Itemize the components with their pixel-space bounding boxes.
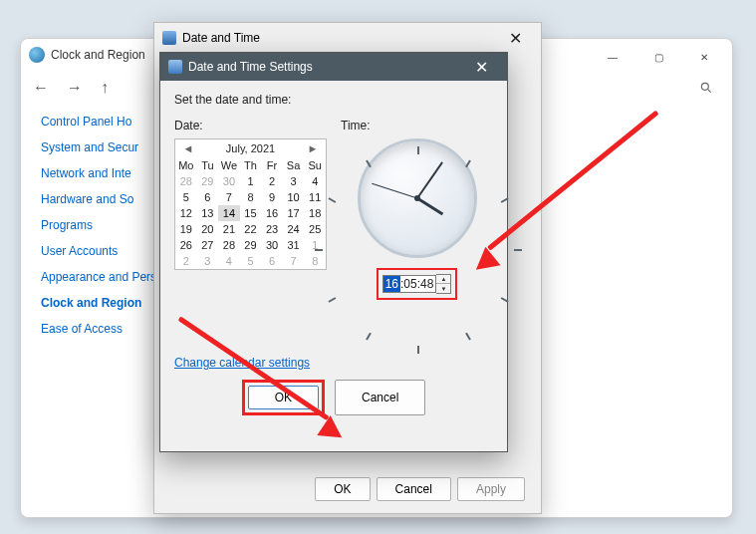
svg-line-1	[707, 89, 710, 92]
calendar-day[interactable]: 23	[261, 221, 283, 237]
calendar-day[interactable]: 30	[218, 173, 240, 189]
cal-prev-button[interactable]: ◄	[181, 142, 195, 154]
calendar-day[interactable]: 29	[197, 173, 219, 189]
calendar-day[interactable]: 28	[175, 173, 197, 189]
calendar-day[interactable]: 8	[240, 189, 262, 205]
time-hours[interactable]: 16	[383, 276, 400, 292]
calendar-day[interactable]: 27	[197, 237, 219, 253]
calendar-day[interactable]: 5	[175, 189, 197, 205]
date-time-settings-dialog: Date and Time Settings ✕ Set the date an…	[159, 52, 508, 452]
calendar-day[interactable]: 28	[218, 237, 240, 253]
analog-clock	[358, 138, 477, 258]
cal-dow: Su	[304, 157, 326, 173]
calendar-day[interactable]: 7	[218, 189, 240, 205]
spinner-up[interactable]: ▲	[436, 275, 450, 284]
calendar-day[interactable]: 13	[197, 205, 219, 221]
calendar-day[interactable]: 16	[261, 205, 283, 221]
dlg-titlebar[interactable]: Date and Time Settings ✕	[160, 53, 507, 81]
control-panel-icon	[29, 47, 45, 63]
dt-ok-button[interactable]: OK	[315, 477, 370, 501]
dt-close-button[interactable]: ✕	[497, 26, 533, 50]
calendar-day[interactable]: 22	[240, 221, 262, 237]
calendar-day[interactable]: 14	[218, 205, 240, 221]
clock-tick	[417, 346, 419, 354]
calendar-day[interactable]: 25	[304, 221, 326, 237]
dlg-cancel-button[interactable]: Cancel	[335, 380, 425, 415]
clock-tick	[366, 159, 372, 167]
calendar-day[interactable]: 21	[218, 221, 240, 237]
svg-point-0	[701, 83, 708, 90]
calendar-day[interactable]: 11	[304, 189, 326, 205]
clock-tick	[366, 333, 372, 341]
dlg-close-button[interactable]: ✕	[463, 57, 499, 77]
calendar-day[interactable]: 30	[261, 237, 283, 253]
date-time-icon	[168, 60, 182, 74]
dlg-instruction: Set the date and time:	[174, 93, 493, 107]
cal-month-label[interactable]: July, 2021	[226, 142, 275, 154]
clock-tick	[328, 197, 336, 203]
calendar-day[interactable]: 5	[240, 253, 262, 269]
calendar-day[interactable]: 4	[304, 173, 326, 189]
clock-hand-h	[416, 197, 443, 215]
calendar-day[interactable]: 2	[261, 173, 283, 189]
cal-dow: Th	[240, 157, 262, 173]
calendar-day[interactable]: 12	[175, 205, 197, 221]
clock-tick	[465, 159, 471, 167]
calendar-day[interactable]: 15	[240, 205, 262, 221]
calendar-day[interactable]: 20	[197, 221, 219, 237]
calendar-day[interactable]: 3	[197, 253, 219, 269]
clock-tick	[328, 297, 336, 303]
clock-tick	[514, 249, 522, 251]
calendar-day[interactable]: 19	[175, 221, 197, 237]
cal-dow: Fr	[261, 157, 283, 173]
time-column: Time: 16 :05:48 ▲ ▼	[341, 119, 493, 300]
calendar-day[interactable]: 8	[304, 253, 326, 269]
calendar-day[interactable]: 1	[240, 173, 262, 189]
calendar-day[interactable]: 3	[283, 173, 305, 189]
clock-tick	[500, 197, 508, 203]
dt-titlebar: Date and Time ✕	[154, 23, 541, 53]
calendar-day[interactable]: 26	[175, 237, 197, 253]
calendar-day[interactable]: 10	[283, 189, 305, 205]
clock-tick	[500, 297, 508, 303]
cal-next-button[interactable]: ►	[306, 142, 320, 154]
calendar-day[interactable]: 2	[175, 253, 197, 269]
maximize-button[interactable]: ▢	[636, 43, 680, 71]
clock-hand-m	[416, 161, 443, 198]
search-icon[interactable]	[692, 77, 720, 99]
calendar-day[interactable]: 29	[240, 237, 262, 253]
time-spinner[interactable]: ▲ ▼	[436, 274, 451, 294]
calendar-day[interactable]: 7	[283, 253, 305, 269]
cal-dow: Tu	[197, 157, 219, 173]
time-minutes-seconds[interactable]: :05:48	[400, 276, 435, 292]
dt-title: Date and Time	[182, 31, 497, 45]
forward-button[interactable]: →	[67, 79, 83, 97]
clock-hand-s	[372, 183, 417, 199]
calendar-day[interactable]: 9	[261, 189, 283, 205]
clock-tick	[315, 249, 323, 251]
time-input[interactable]: 16 :05:48	[382, 275, 437, 293]
calendar-day[interactable]: 4	[218, 253, 240, 269]
cal-dow: Mo	[175, 157, 197, 173]
calendar-day[interactable]: 31	[283, 237, 305, 253]
clock-tick	[465, 333, 471, 341]
calendar[interactable]: ◄ July, 2021 ► MoTuWeThFrSaSu 2829301234…	[174, 138, 327, 270]
calendar-day[interactable]: 6	[197, 189, 219, 205]
minimize-button[interactable]: —	[591, 43, 634, 71]
close-button[interactable]: ✕	[682, 43, 726, 71]
cal-dow: Sa	[283, 157, 305, 173]
date-label: Date:	[174, 119, 327, 133]
up-button[interactable]: ↑	[101, 79, 109, 97]
date-time-icon	[162, 31, 176, 45]
calendar-day[interactable]: 24	[283, 221, 305, 237]
dt-apply-button[interactable]: Apply	[457, 477, 525, 501]
calendar-grid: MoTuWeThFrSaSu 2829301234567891011121314…	[175, 157, 326, 269]
dt-cancel-button[interactable]: Cancel	[377, 477, 451, 501]
clock-tick	[417, 146, 419, 154]
calendar-day[interactable]: 6	[261, 253, 283, 269]
calendar-day[interactable]: 17	[283, 205, 305, 221]
calendar-day[interactable]: 18	[304, 205, 326, 221]
cal-dow: We	[218, 157, 240, 173]
back-button[interactable]: ←	[33, 79, 49, 97]
spinner-down[interactable]: ▼	[436, 284, 450, 293]
